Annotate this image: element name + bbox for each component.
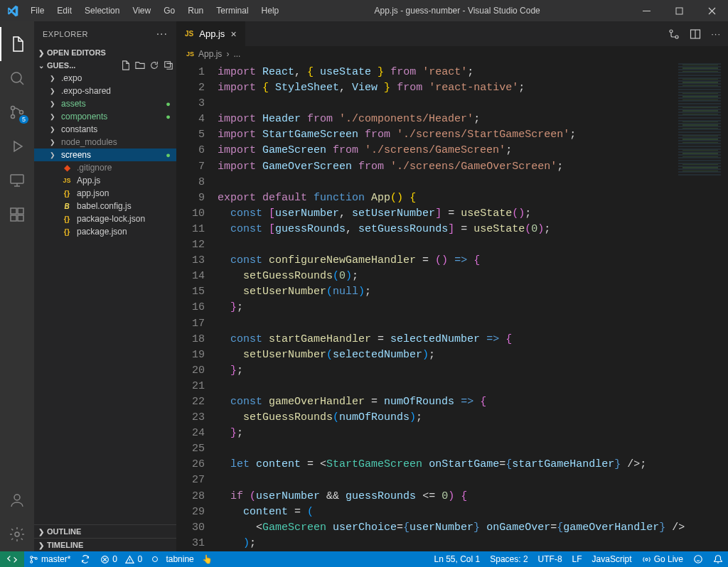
sidebar-title: EXPLORER: [43, 30, 88, 38]
code-editor[interactable]: 1234567891011121314151617181920212223242…: [176, 62, 728, 551]
tree-item-assets[interactable]: ❯assets●: [34, 97, 176, 110]
sidebar-more-icon[interactable]: ···: [156, 28, 168, 40]
tabnine-status[interactable]: tabnine 👆: [147, 551, 218, 567]
tree-item-label: package.json: [77, 227, 127, 237]
breadcrumbs[interactable]: JS App.js › ...: [176, 46, 728, 62]
tree-item-node_modules[interactable]: ❯node_modules: [34, 136, 176, 148]
cursor-position[interactable]: Ln 55, Col 1: [429, 551, 486, 567]
tree-item--expo-shared[interactable]: ❯.expo-shared: [34, 85, 176, 97]
tree-item-label: node_modules: [61, 137, 117, 147]
chevron-right-icon: ❯: [38, 528, 44, 536]
tree-item-App-js[interactable]: JSApp.js: [34, 174, 176, 187]
file-icon: {}: [61, 215, 73, 223]
menu-run[interactable]: Run: [182, 3, 209, 18]
tree-item--expo[interactable]: ❯.expo: [34, 72, 176, 85]
new-file-icon[interactable]: [121, 60, 131, 70]
activity-debug-icon[interactable]: [0, 129, 34, 163]
menu-go[interactable]: Go: [158, 3, 181, 18]
remote-indicator[interactable]: [0, 551, 24, 567]
file-icon: B: [61, 202, 73, 210]
menu-selection[interactable]: Selection: [79, 3, 125, 18]
svg-rect-13: [165, 62, 171, 68]
tab-app-js[interactable]: JS App.js ×: [176, 21, 246, 46]
git-sync[interactable]: [75, 551, 95, 567]
minimize-button[interactable]: [630, 0, 663, 21]
folder-name: GUES...: [47, 61, 75, 70]
go-live[interactable]: Go Live: [637, 551, 688, 567]
editor-more-icon[interactable]: ···: [711, 28, 721, 39]
activity-explorer-icon[interactable]: [0, 27, 34, 61]
eol[interactable]: LF: [567, 551, 587, 567]
refresh-icon[interactable]: [149, 60, 159, 70]
js-file-icon: JS: [185, 30, 193, 38]
activity-search-icon[interactable]: [0, 61, 34, 95]
git-branch[interactable]: master*: [24, 551, 75, 567]
maximize-button[interactable]: [663, 0, 695, 21]
encoding[interactable]: UTF-8: [533, 551, 567, 567]
chevron-right-icon: ❯: [50, 151, 57, 158]
tree-item-label: app.json: [77, 188, 109, 198]
tree-item--gitignore[interactable]: ◆.gitignore: [34, 161, 176, 174]
menu-bar: File Edit Selection View Go Run Terminal…: [25, 3, 284, 18]
error-count: 0: [112, 554, 117, 564]
activity-bar: 5: [0, 21, 34, 551]
tree-item-package-lock-json[interactable]: {}package-lock.json: [34, 212, 176, 225]
close-button[interactable]: [695, 0, 728, 21]
chevron-right-icon: ❯: [50, 113, 57, 120]
split-editor-icon[interactable]: [690, 28, 701, 40]
breadcrumb-more[interactable]: ...: [233, 49, 240, 59]
new-folder-icon[interactable]: [135, 60, 145, 70]
warning-count: 0: [137, 554, 142, 564]
timeline-section[interactable]: ❯TIMELINE: [34, 538, 176, 551]
tree-item-screens[interactable]: ❯screens●: [34, 148, 176, 161]
open-editors-section[interactable]: ❯OPEN EDITORS: [34, 46, 176, 59]
indentation[interactable]: Spaces: 2: [485, 551, 532, 567]
go-live-label: Go Live: [654, 554, 683, 564]
svg-point-22: [646, 558, 648, 560]
tree-item-components[interactable]: ❯components●: [34, 110, 176, 123]
tree-item-label: .expo: [61, 73, 82, 83]
problems[interactable]: 0 0: [95, 551, 147, 567]
tabnine-label: tabnine: [166, 554, 193, 564]
breadcrumb-file[interactable]: App.js: [198, 49, 222, 59]
tree-item-babel-config-js[interactable]: Bbabel.config.js: [34, 200, 176, 212]
chevron-right-icon: ❯: [50, 100, 57, 107]
chevron-right-icon: ❯: [38, 49, 44, 57]
tree-item-label: babel.config.js: [77, 201, 132, 211]
menu-terminal[interactable]: Terminal: [210, 3, 254, 18]
svg-rect-7: [11, 208, 16, 214]
activity-extensions-icon[interactable]: [0, 198, 34, 232]
window-controls: [630, 0, 728, 21]
activity-account-icon[interactable]: [0, 483, 34, 517]
status-bar: master* 0 0 tabnine 👆 Ln 55, Col 1 Space…: [0, 551, 728, 567]
code-content[interactable]: import React, { useState } from 'react';…: [218, 62, 728, 551]
menu-file[interactable]: File: [25, 3, 50, 18]
title-bar: File Edit Selection View Go Run Terminal…: [0, 0, 728, 21]
editor-area: JS App.js × ··· JS App.js › ... 12345678…: [176, 21, 728, 551]
svg-point-15: [675, 36, 678, 38]
feedback-icon[interactable]: [688, 551, 708, 567]
notifications-icon[interactable]: [708, 551, 728, 567]
activity-settings-icon[interactable]: [0, 517, 34, 551]
language-mode[interactable]: JavaScript: [587, 551, 637, 567]
tree-item-package-json[interactable]: {}package.json: [34, 225, 176, 238]
activity-scm-icon[interactable]: 5: [0, 95, 34, 129]
svg-rect-8: [11, 215, 16, 221]
tree-item-app-json[interactable]: {}app.json: [34, 187, 176, 200]
outline-section[interactable]: ❯OUTLINE: [34, 524, 176, 538]
line-number-gutter: 1234567891011121314151617181920212223242…: [176, 62, 218, 551]
timeline-label: TIMELINE: [47, 541, 83, 549]
tab-close-icon[interactable]: ×: [230, 28, 236, 40]
minimap[interactable]: [678, 62, 728, 176]
activity-remote-icon[interactable]: [0, 163, 34, 198]
menu-help[interactable]: Help: [256, 3, 285, 18]
compare-changes-icon[interactable]: [668, 28, 680, 40]
tree-item-label: assets: [61, 99, 86, 109]
tab-label: App.js: [199, 28, 225, 39]
tree-item-constants[interactable]: ❯constants: [34, 123, 176, 136]
open-editors-label: OPEN EDITORS: [47, 48, 106, 57]
menu-edit[interactable]: Edit: [51, 3, 77, 18]
menu-view[interactable]: View: [127, 3, 156, 18]
collapse-all-icon[interactable]: [164, 60, 173, 70]
folder-header[interactable]: ⌄GUES...: [34, 59, 176, 72]
